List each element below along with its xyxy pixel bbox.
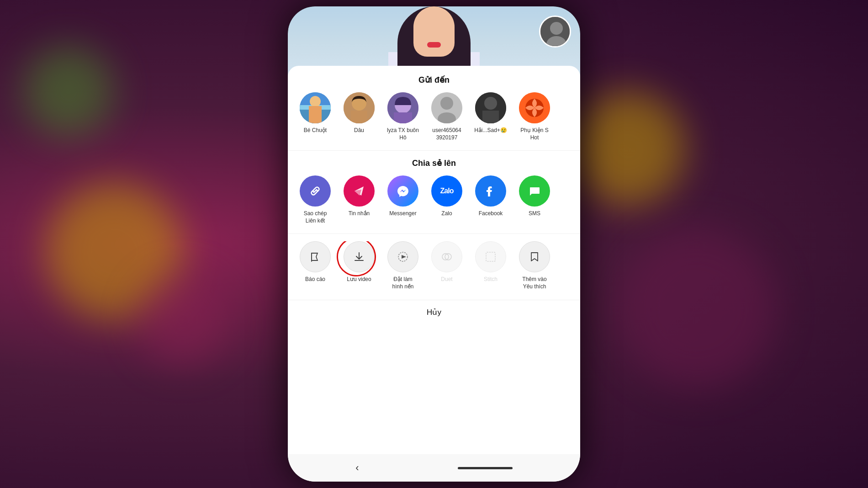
avatar-top-right[interactable] [539,16,571,48]
svg-point-18 [484,97,497,110]
share-label-sms: SMS [529,210,540,217]
contact-avatar-4 [431,92,462,123]
share-item-message[interactable]: Tin nhắn [341,175,377,224]
action-icon-report [300,241,331,272]
contact-avatar-1 [300,92,331,123]
share-icon-messenger [387,175,418,207]
action-label-bookmark: Thêm vàoYêu thích [522,276,546,290]
person-face [413,6,455,57]
share-item-sms[interactable]: SMS [516,175,553,224]
contact-avatar-6 [519,92,550,123]
bokeh-decoration-4 [617,228,777,388]
action-icon-bookmark [519,241,550,272]
send-to-title: Gửi đến [288,75,580,85]
share-item-messenger[interactable]: Messenger [385,175,421,224]
svg-point-6 [310,96,321,107]
action-label-stitch: Stitch [484,276,498,283]
share-label-message: Tin nhắn [349,210,370,217]
svg-rect-10 [351,111,367,123]
bottom-sheet: Gửi đến Bé Chuột [288,66,580,482]
action-icon-stitch [475,241,506,272]
share-icon-sms [519,175,550,207]
share-item-facebook[interactable]: Facebook [472,175,509,224]
svg-point-15 [440,97,453,110]
contact-avatar-5 [475,92,506,123]
share-label-copylink: Sao chépLiên kết [304,210,327,224]
contact-item[interactable]: Dâu [341,92,377,141]
action-label-report: Báo cáo [305,276,325,283]
action-item-bookmark[interactable]: Thêm vàoYêu thích [516,241,553,290]
contact-item[interactable]: Bé Chuột [297,92,333,141]
contact-item[interactable]: Phụ Kiện S Hot [516,92,553,141]
svg-rect-13 [394,112,412,123]
action-item-report[interactable]: Báo cáo [297,241,333,290]
contact-avatar-3 [387,92,418,123]
svg-line-22 [314,190,317,192]
action-label-duet: Duet [441,276,452,283]
share-item-zalo[interactable]: Zalo Zalo [429,175,465,224]
action-label-wallpaper: Đặt làmhình nền [392,276,413,290]
contact-name-5: Hải...Sad+😢 [474,127,507,134]
contact-name-4: user465064 3920197 [430,127,464,141]
share-icon-facebook [475,175,506,207]
divider-2 [288,233,580,234]
bokeh-decoration-5 [23,46,114,137]
svg-marker-30 [402,255,406,259]
person-lips [427,42,441,48]
share-item-copylink[interactable]: Sao chépLiên kết [297,175,333,224]
share-icon-link [300,175,331,207]
action-icon-wallpaper [387,241,418,272]
action-item-wallpaper[interactable]: Đặt làmhình nền [385,241,421,290]
contact-name-6: Phụ Kiện S Hot [518,127,552,141]
contact-name-2: Dâu [354,127,364,134]
svg-rect-7 [309,106,322,123]
phone-screen: Gửi đến Bé Chuột [288,6,580,482]
back-button[interactable]: ‹ [355,462,359,474]
contacts-row: Bé Chuột Dâu [288,92,580,141]
svg-point-1 [550,22,563,35]
svg-rect-33 [486,252,495,261]
share-label-zalo: Zalo [441,210,452,217]
action-icon-duet [431,241,462,272]
share-label-facebook: Facebook [479,210,503,217]
share-on-title: Chia sẻ lên [288,158,580,168]
svg-rect-19 [482,111,499,123]
bokeh-decoration-3 [571,91,685,206]
share-label-messenger: Messenger [389,210,416,217]
share-row: Sao chépLiên kết Tin nhắn [288,175,580,224]
bokeh-decoration-2 [137,274,228,366]
action-icon-save-video [344,241,375,272]
cancel-button[interactable]: Hủy [288,300,580,324]
phone-frame: Gửi đến Bé Chuột [288,6,580,482]
contact-name-1: Bé Chuột [304,127,327,134]
share-icon-message [344,175,375,207]
divider-1 [288,150,580,151]
contact-item[interactable]: user465064 3920197 [429,92,465,141]
contact-avatar-2 [344,92,375,123]
contact-item[interactable]: lyza TX buôn Hô [385,92,421,141]
action-item-save-video[interactable]: Lưu video [341,241,377,290]
bottom-nav: ‹ [288,454,580,482]
action-row: Báo cáo Lưu video [288,241,580,290]
share-icon-zalo: Zalo [431,175,462,207]
contact-name-3: lyza TX buôn Hô [386,127,420,141]
action-label-save-video: Lưu video [347,276,371,283]
action-item-duet[interactable]: Duet [429,241,465,290]
action-item-stitch[interactable]: Stitch [472,241,509,290]
home-bar [458,467,513,469]
contact-item[interactable]: Hải...Sad+😢 [472,92,509,141]
